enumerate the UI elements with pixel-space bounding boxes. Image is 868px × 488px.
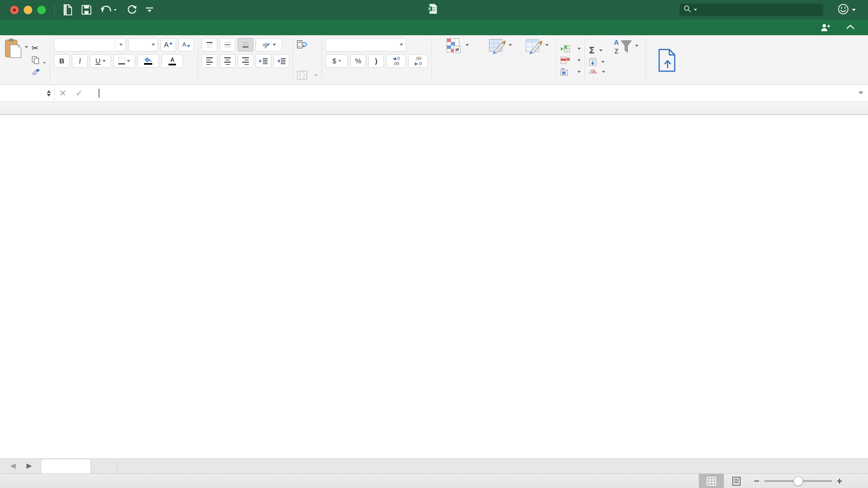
align-bottom-button[interactable] bbox=[238, 38, 253, 52]
sheet-tab-bar: ◀ ▶ bbox=[0, 459, 868, 473]
insert-cells-button[interactable] bbox=[560, 45, 581, 53]
bold-button[interactable]: B bbox=[54, 54, 70, 68]
share-button[interactable] bbox=[821, 23, 834, 32]
conditional-formatting-button[interactable]: ≠ bbox=[436, 38, 479, 82]
status-bar: − + bbox=[0, 473, 868, 488]
copy-dropdown-caret[interactable] bbox=[43, 62, 46, 64]
clipboard-icon bbox=[4, 38, 22, 59]
sort-filter-icon: AZ bbox=[613, 38, 633, 56]
excel-app-icon: X bbox=[427, 3, 437, 17]
increase-indent-button[interactable] bbox=[274, 54, 289, 68]
font-name-select[interactable] bbox=[54, 38, 126, 52]
page-layout-view-button[interactable] bbox=[724, 474, 749, 488]
text-orientation-button[interactable]: ab bbox=[256, 38, 282, 52]
svg-text:≠: ≠ bbox=[455, 46, 459, 53]
formula-bar: ✕ ✓ bbox=[0, 85, 868, 102]
merge-center-button[interactable] bbox=[297, 71, 318, 80]
search-scope-caret[interactable] bbox=[694, 9, 697, 11]
ribbon-home: ✂ A A B I U bbox=[0, 35, 868, 85]
cut-icon[interactable]: ✂ bbox=[32, 43, 46, 53]
decrease-indent-button[interactable] bbox=[256, 54, 271, 68]
insert-cells-icon bbox=[560, 45, 570, 53]
name-box[interactable] bbox=[0, 85, 47, 102]
italic-button[interactable]: I bbox=[72, 54, 87, 68]
cancel-entry-icon[interactable]: ✕ bbox=[59, 88, 66, 98]
formula-bar-expand-caret[interactable] bbox=[859, 92, 863, 94]
svg-text:Z: Z bbox=[614, 47, 618, 55]
spreadsheet-grid bbox=[0, 115, 868, 459]
copy-icon[interactable] bbox=[32, 56, 46, 65]
align-center-button[interactable] bbox=[220, 54, 235, 68]
sort-filter-button[interactable]: AZ bbox=[609, 38, 642, 82]
wrap-text-icon bbox=[297, 40, 307, 49]
cell-styles-icon bbox=[525, 38, 542, 54]
cell-styles-button[interactable] bbox=[521, 38, 552, 82]
svg-text:A: A bbox=[614, 39, 619, 46]
format-painter-icon[interactable] bbox=[32, 68, 46, 77]
delete-cells-icon bbox=[560, 56, 570, 64]
font-color-button[interactable]: A bbox=[161, 54, 183, 68]
name-box-stepper[interactable] bbox=[47, 90, 51, 97]
window-titlebar: X bbox=[0, 0, 868, 20]
autosum-button[interactable]: Σ bbox=[589, 45, 605, 56]
number-format-select[interactable] bbox=[326, 38, 406, 52]
underline-button[interactable]: U bbox=[90, 54, 111, 68]
svg-text:X: X bbox=[428, 7, 431, 11]
format-cells-button[interactable] bbox=[560, 68, 581, 76]
fill-button[interactable] bbox=[589, 58, 605, 66]
ribbon-tab-row bbox=[0, 20, 868, 35]
confirm-entry-icon[interactable]: ✓ bbox=[76, 88, 82, 98]
sheet-tab-active[interactable] bbox=[41, 459, 91, 473]
percent-format-button[interactable]: % bbox=[350, 54, 366, 68]
person-plus-icon bbox=[821, 23, 831, 32]
decrease-font-size-button[interactable]: A bbox=[178, 38, 194, 52]
next-sheet-icon[interactable]: ▶ bbox=[26, 462, 32, 470]
clear-button[interactable] bbox=[589, 68, 605, 75]
conditional-formatting-icon: ≠ bbox=[446, 38, 462, 54]
align-right-button[interactable] bbox=[238, 54, 253, 68]
wrap-text-button[interactable] bbox=[297, 40, 318, 49]
paste-dropdown-caret[interactable] bbox=[25, 46, 28, 48]
comma-format-button[interactable]: ) bbox=[368, 54, 384, 68]
currency-format-button[interactable]: $ bbox=[326, 54, 348, 68]
zoom-in-button[interactable]: + bbox=[837, 476, 842, 487]
add-sheet-button[interactable] bbox=[99, 460, 113, 473]
search-icon bbox=[684, 5, 691, 15]
fill-color-button[interactable] bbox=[137, 54, 159, 68]
formula-input-caret bbox=[99, 89, 99, 98]
format-as-table-icon bbox=[489, 38, 506, 54]
feedback-dropdown-caret[interactable] bbox=[852, 9, 856, 11]
format-as-table-button[interactable] bbox=[482, 38, 518, 82]
collapse-ribbon-chevron-icon[interactable] bbox=[846, 24, 854, 30]
feedback-smiley-icon[interactable] bbox=[837, 3, 849, 16]
zoom-out-button[interactable]: − bbox=[754, 476, 759, 487]
format-cells-icon bbox=[560, 68, 570, 76]
increase-font-size-button[interactable]: A bbox=[160, 38, 176, 52]
previous-sheet-icon[interactable]: ◀ bbox=[10, 462, 16, 470]
merge-center-icon bbox=[297, 71, 307, 80]
align-left-button[interactable] bbox=[202, 54, 217, 68]
paste-button[interactable] bbox=[4, 38, 28, 82]
delete-cells-button[interactable] bbox=[560, 56, 581, 64]
align-top-button[interactable] bbox=[202, 38, 217, 52]
column-headers bbox=[0, 102, 868, 115]
increase-decimal-button[interactable]: ◀.0.00 bbox=[386, 54, 406, 68]
zoom-slider[interactable] bbox=[764, 480, 832, 482]
share-document-icon[interactable] bbox=[657, 48, 678, 73]
decrease-decimal-button[interactable]: .00▶.0 bbox=[408, 54, 428, 68]
zoom-slider-thumb[interactable] bbox=[793, 476, 803, 486]
borders-button[interactable] bbox=[113, 54, 135, 68]
align-middle-button[interactable] bbox=[220, 38, 235, 52]
normal-view-button[interactable] bbox=[699, 474, 724, 488]
search-input[interactable] bbox=[679, 4, 823, 16]
font-size-select[interactable] bbox=[128, 38, 158, 52]
